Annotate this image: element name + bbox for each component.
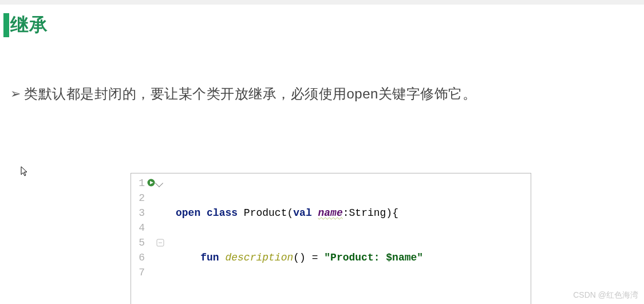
code-line: open class Product(val name:String){	[176, 206, 527, 220]
line-number: 6	[137, 250, 145, 265]
gutter-line: 2	[131, 191, 172, 206]
code-block: 1 2 3 4 5 6 7 open class Product(val nam…	[131, 173, 531, 304]
cursor-arrow-icon	[21, 166, 29, 180]
top-bar	[0, 0, 644, 5]
gutter-line: 1	[131, 176, 172, 191]
gutter-line: 5	[131, 235, 172, 250]
code-line	[176, 295, 527, 304]
fold-toggle-icon[interactable]	[156, 239, 164, 247]
code-gutter: 1 2 3 4 5 6 7	[131, 173, 172, 304]
bullet-marker-icon: ➢	[10, 88, 21, 100]
page-title: 继承	[10, 13, 48, 38]
watermark: CSDN @红色海湾	[573, 290, 638, 301]
bullet-text: 类默认都是封闭的，要让某个类开放继承，必须使用open关键字修饰它。	[24, 85, 476, 103]
line-number: 5	[137, 235, 145, 250]
line-number: 7	[137, 265, 145, 280]
gutter-line: 4	[131, 220, 172, 235]
gutter-line: 7	[131, 265, 172, 280]
line-number: 3	[137, 206, 145, 220]
code-content: open class Product(val name:String){ fun…	[172, 173, 531, 304]
line-number: 1	[137, 176, 145, 191]
gutter-line: 3	[131, 206, 172, 220]
gutter-line: 6	[131, 250, 172, 265]
line-number: 2	[137, 191, 145, 206]
run-gutter-icon[interactable]	[147, 179, 155, 187]
header-accent	[3, 13, 9, 37]
chevron-down-icon	[155, 179, 163, 187]
line-number: 4	[137, 220, 145, 235]
code-line: fun description() = "Product: $name"	[176, 250, 527, 265]
bullet-row: ➢ 类默认都是封闭的，要让某个类开放继承，必须使用open关键字修饰它。	[10, 85, 644, 103]
slide-header: 继承	[0, 5, 644, 38]
